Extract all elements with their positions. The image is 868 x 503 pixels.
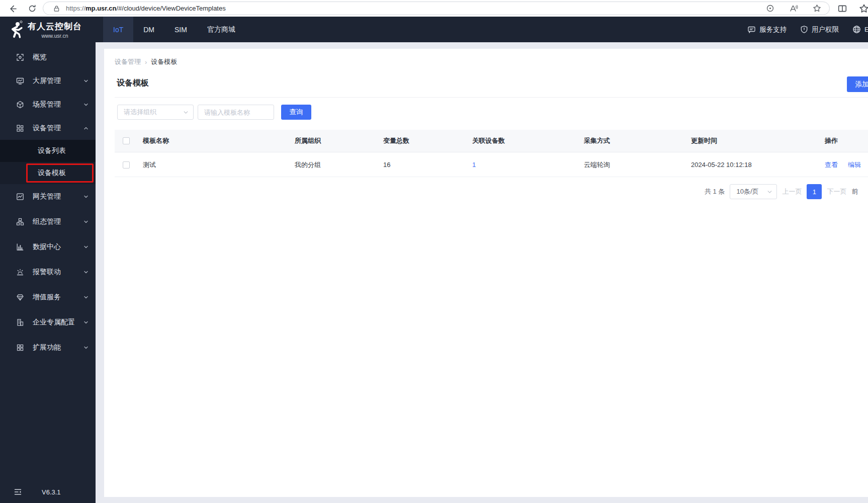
- cell-collect-method: 云端轮询: [584, 160, 691, 170]
- row-checkbox[interactable]: [123, 161, 130, 169]
- view-link[interactable]: 查看: [825, 160, 838, 170]
- organization-select[interactable]: 请选择组织: [117, 105, 194, 120]
- shield-icon: [800, 25, 808, 34]
- chevron-down-icon: [767, 189, 772, 195]
- select-all-checkbox[interactable]: [123, 137, 130, 144]
- alarm-siren-icon: [16, 268, 25, 276]
- sidebar-item-data-center[interactable]: 数据中心: [0, 234, 96, 260]
- tab-iot[interactable]: IoT: [103, 17, 133, 42]
- nodes-icon: [16, 218, 25, 226]
- sidebar-item-device-list[interactable]: 设备列表: [0, 140, 96, 162]
- sidebar-item-scada-mgmt[interactable]: 组态管理: [0, 209, 96, 234]
- scene-cube-icon: [16, 101, 25, 109]
- device-grid-icon: [16, 124, 25, 132]
- table-row: 测试 我的分组 16 1 云端轮询 2024-05-22 10:12:18 查看…: [115, 153, 868, 177]
- favorite-star-icon[interactable]: [813, 4, 821, 13]
- chevron-down-icon: [83, 345, 89, 350]
- service-support-link[interactable]: 服务支持: [747, 25, 787, 34]
- logo-title: 有人云控制台: [28, 21, 82, 32]
- tab-dm[interactable]: DM: [133, 17, 164, 42]
- content-card: 设备管理 › 设备模板 设备模板 添加 请选择组织 查询 模板名称 所属组织 变…: [104, 49, 868, 497]
- big-screen-icon: [16, 77, 25, 85]
- url-text: https://mp.usr.cn/#/cloud/device/ViewDev…: [66, 5, 226, 12]
- send-to-device-icon[interactable]: [766, 4, 774, 13]
- lock-icon[interactable]: [53, 5, 60, 12]
- sidebar-item-device-mgmt[interactable]: 设备管理: [0, 116, 96, 140]
- table-header-row: 模板名称 所属组织 变量总数 关联设备数 采集方式 更新时间 操作: [115, 130, 868, 152]
- breadcrumb-separator: ›: [145, 58, 147, 66]
- breadcrumb: 设备管理 › 设备模板: [115, 57, 177, 66]
- linked-devices-link[interactable]: 1: [472, 161, 476, 169]
- app-version: V6.3.1: [42, 488, 61, 496]
- col-header-organization: 所属组织: [295, 136, 383, 145]
- page-size-select[interactable]: 10条/页: [730, 184, 777, 199]
- usr-person-logo-icon: [7, 20, 25, 39]
- browser-toolbar: https://mp.usr.cn/#/cloud/device/ViewDev…: [0, 0, 868, 17]
- search-button[interactable]: 查询: [281, 105, 311, 120]
- globe-icon: [852, 25, 861, 34]
- sidebar-item-scene-mgmt[interactable]: 场景管理: [0, 93, 96, 116]
- chevron-down-icon: [83, 194, 89, 199]
- filter-bar: 请选择组织 查询: [117, 105, 311, 120]
- chevron-down-icon: [83, 295, 89, 300]
- col-header-template-name: 模板名称: [143, 136, 295, 145]
- col-header-actions: 操作: [825, 136, 868, 145]
- gateway-chart-icon: [16, 193, 25, 201]
- divider: [115, 97, 868, 98]
- add-template-button[interactable]: 添加: [847, 76, 868, 92]
- sidebar-item-screen-mgmt[interactable]: 大屏管理: [0, 69, 96, 93]
- sidebar-item-enterprise-config[interactable]: 企业专属配置: [0, 310, 96, 335]
- chevron-down-icon: [83, 270, 89, 275]
- col-header-linked-devices: 关联设备数: [472, 136, 584, 145]
- url-scheme: https://: [66, 5, 85, 12]
- breadcrumb-device-mgmt[interactable]: 设备管理: [115, 57, 141, 66]
- sidebar: 概览 大屏管理 场景管理 设备管理 设备列表 设备模板: [0, 42, 96, 503]
- sidebar-item-gateway-mgmt[interactable]: 网关管理: [0, 184, 96, 209]
- chevron-down-icon: [83, 102, 89, 107]
- collections-star-icon[interactable]: [859, 4, 868, 14]
- browser-back-icon[interactable]: [6, 2, 19, 15]
- next-page-button[interactable]: 下一页: [827, 187, 846, 196]
- col-header-variable-total: 变量总数: [383, 136, 472, 145]
- device-mgmt-submenu: 设备列表 设备模板: [0, 140, 96, 184]
- language-switch[interactable]: English: [852, 25, 868, 34]
- diamond-badge-icon: [16, 293, 25, 301]
- header-right: 服务支持 用户权限 English: [747, 17, 868, 42]
- col-header-collect-method: 采集方式: [584, 136, 691, 145]
- url-path: /#/cloud/device/ViewDeviceTemplates: [116, 5, 225, 12]
- jump-to-page-label: 前: [851, 187, 858, 196]
- breadcrumb-current: 设备模板: [151, 57, 177, 66]
- page-1-button[interactable]: 1: [807, 184, 822, 199]
- sidebar-item-value-added-services[interactable]: 增值服务: [0, 285, 96, 310]
- product-tabs: IoT DM SIM 官方商城: [103, 17, 245, 42]
- template-name-input[interactable]: [198, 105, 274, 120]
- cell-organization: 我的分组: [295, 160, 383, 170]
- chevron-up-icon: [83, 126, 89, 131]
- tab-official-store[interactable]: 官方商城: [197, 17, 245, 42]
- organization-select-placeholder: 请选择组织: [124, 108, 156, 117]
- browser-refresh-icon[interactable]: [26, 2, 39, 15]
- read-aloud-icon[interactable]: [789, 5, 798, 13]
- overview-icon: [16, 53, 25, 61]
- url-domain: mp.usr.cn: [85, 5, 116, 12]
- chevron-down-icon: [183, 110, 189, 115]
- collapse-sidebar-icon[interactable]: [14, 488, 22, 496]
- address-bar[interactable]: https://mp.usr.cn/#/cloud/device/ViewDev…: [43, 2, 830, 15]
- sidebar-item-device-templates[interactable]: 设备模板: [0, 162, 96, 184]
- edit-link[interactable]: 编辑: [848, 160, 861, 170]
- sidebar-item-alarm-linkage[interactable]: 报警联动: [0, 260, 96, 285]
- tab-sim[interactable]: SIM: [164, 17, 197, 42]
- user-permission-link[interactable]: 用户权限: [800, 25, 839, 34]
- cell-template-name: 测试: [143, 160, 295, 170]
- prev-page-button[interactable]: 上一页: [782, 187, 802, 196]
- chevron-down-icon: [83, 320, 89, 325]
- col-header-update-time: 更新时间: [691, 136, 825, 145]
- split-screen-icon[interactable]: [838, 4, 847, 13]
- chevron-down-icon: [83, 219, 89, 224]
- sidebar-item-extensions[interactable]: 扩展功能: [0, 335, 96, 360]
- chevron-down-icon: [83, 78, 89, 83]
- sidebar-item-overview[interactable]: 概览: [0, 45, 96, 69]
- app-logo[interactable]: 有人云控制台 www.usr.cn: [0, 17, 96, 42]
- chevron-down-icon: [83, 244, 89, 249]
- cell-variable-total: 16: [383, 161, 472, 169]
